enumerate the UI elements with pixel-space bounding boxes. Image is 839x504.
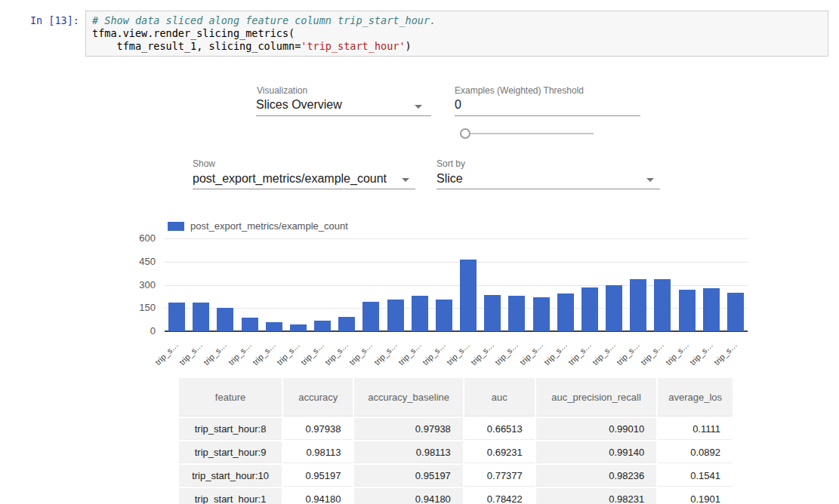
threshold-slider-handle[interactable]	[460, 128, 470, 139]
metric-cell: 0.99010	[536, 418, 656, 440]
table-row[interactable]: trip_start_hour:90.981130.981130.692310.…	[179, 441, 733, 463]
code-line-2: tfma.view.render_slicing_metrics(	[92, 27, 295, 39]
threshold-underline	[455, 115, 640, 116]
y-tick-label: 300	[121, 280, 156, 290]
metrics-table-container[interactable]: featureaccuracyaccuracy_baselineaucauc_p…	[177, 376, 734, 504]
metric-cell: 0.97938	[354, 418, 462, 440]
legend-label: post_export_metrics/example_count	[190, 220, 348, 232]
table-header-row: featureaccuracyaccuracy_baselineaucauc_p…	[179, 378, 733, 416]
x-tick-label: trip_s…	[136, 340, 180, 384]
bar[interactable]	[338, 317, 355, 331]
bar[interactable]	[679, 290, 696, 331]
bar[interactable]	[193, 303, 209, 331]
bar-chart-plot-area	[165, 238, 748, 331]
chevron-down-icon[interactable]	[402, 178, 409, 182]
sort-by-underline	[436, 189, 660, 189]
code-editor[interactable]: # Show data sliced along feature column …	[85, 11, 828, 57]
y-tick-label: 0	[121, 326, 156, 337]
y-tick-label: 450	[121, 257, 156, 267]
threshold-label: Examples (Weighted) Threshold	[455, 85, 584, 96]
y-tick-label: 150	[121, 303, 156, 313]
bar[interactable]	[727, 293, 744, 331]
code-comment: # Show data sliced along feature column …	[92, 14, 436, 26]
column-header-auc_precision_recall[interactable]: auc_precision_recall	[536, 378, 656, 416]
feature-cell: trip_start_hour:8	[179, 418, 282, 440]
bar[interactable]	[387, 300, 404, 331]
column-header-accuracy[interactable]: accuracy	[283, 378, 353, 416]
metric-cell: 0.0892	[658, 441, 733, 463]
bar[interactable]	[362, 302, 379, 331]
metric-cell: 0.1111	[658, 418, 733, 440]
bar[interactable]	[242, 318, 258, 331]
bar[interactable]	[217, 308, 233, 331]
chevron-down-icon[interactable]	[415, 105, 422, 109]
bar[interactable]	[460, 260, 477, 331]
bar[interactable]	[484, 295, 501, 331]
table-body: trip_start_hour:80.979380.979380.665130.…	[179, 418, 733, 504]
bar[interactable]	[508, 296, 525, 331]
show-label: Show	[193, 158, 215, 169]
metric-cell: 0.98113	[283, 441, 353, 463]
metric-cell: 0.78422	[464, 488, 535, 504]
show-dropdown[interactable]: post_export_metrics/example_count	[193, 172, 387, 186]
cell-input-prompt: In [13]:	[0, 11, 85, 26]
feature-cell: trip_start_hour:9	[179, 441, 282, 463]
metrics-table: featureaccuracyaccuracy_baselineaucauc_p…	[177, 376, 734, 504]
feature-cell: trip_start_hour:10	[179, 465, 282, 487]
bar[interactable]	[581, 287, 598, 331]
column-header-accuracy_baseline[interactable]: accuracy_baseline	[354, 378, 462, 416]
legend-swatch	[168, 222, 184, 231]
table-row[interactable]: trip_start_hour:100.951970.951970.773770…	[179, 465, 733, 487]
table-row[interactable]: trip_start_hour:80.979380.979380.665130.…	[179, 418, 733, 440]
sort-by-dropdown[interactable]: Slice	[436, 172, 463, 186]
metric-cell: 0.77377	[464, 465, 535, 487]
column-header-auc[interactable]: auc	[464, 378, 535, 416]
bar[interactable]	[703, 288, 720, 331]
bar[interactable]	[654, 279, 671, 331]
column-header-feature[interactable]: feature	[179, 378, 282, 416]
metric-cell: 0.95197	[283, 465, 353, 487]
threshold-input[interactable]: 0	[455, 98, 461, 112]
gridline	[165, 262, 748, 263]
show-underline	[193, 189, 415, 189]
metric-cell: 0.1541	[658, 465, 733, 487]
metric-cell: 0.94180	[283, 488, 353, 504]
chevron-down-icon[interactable]	[646, 178, 654, 182]
bar[interactable]	[412, 296, 428, 331]
metric-cell: 0.98231	[536, 488, 656, 504]
metric-cell: 0.98236	[536, 465, 656, 487]
y-tick-label: 600	[121, 233, 156, 244]
gridline	[165, 238, 748, 239]
column-header-average_los[interactable]: average_los	[658, 378, 733, 416]
bar[interactable]	[606, 285, 622, 332]
bar[interactable]	[436, 300, 452, 331]
bar[interactable]	[290, 324, 307, 331]
code-line-3: tfma_result_1, slicing_column='trip_star…	[92, 40, 412, 52]
bar[interactable]	[557, 293, 574, 331]
code-string-literal: 'trip_start_hour'	[301, 40, 405, 52]
metric-cell: 0.98113	[354, 441, 462, 463]
visualization-dropdown[interactable]: Slices Overview	[256, 98, 342, 112]
metric-cell: 0.99140	[536, 441, 656, 463]
sort-by-label: Sort by	[436, 158, 465, 169]
bar[interactable]	[314, 321, 331, 331]
code-cell: In [13]: # Show data sliced along featur…	[0, 11, 828, 57]
metric-cell: 0.97938	[283, 418, 353, 440]
bar[interactable]	[533, 297, 550, 331]
metric-cell: 0.69231	[464, 441, 535, 463]
visualization-label: Visualization	[257, 85, 307, 96]
threshold-slider-track[interactable]	[465, 133, 594, 134]
feature-cell: trip_start_hour:1	[179, 488, 282, 504]
metric-cell: 0.66513	[464, 418, 535, 440]
bar[interactable]	[266, 322, 282, 331]
table-row[interactable]: trip_start_hour:10.941800.941800.784220.…	[179, 488, 733, 504]
metric-cell: 0.1901	[658, 488, 733, 504]
visualization-underline	[256, 115, 431, 116]
bar[interactable]	[630, 279, 646, 331]
metric-cell: 0.94180	[354, 488, 462, 504]
bar[interactable]	[168, 303, 185, 331]
metric-cell: 0.95197	[354, 465, 462, 487]
